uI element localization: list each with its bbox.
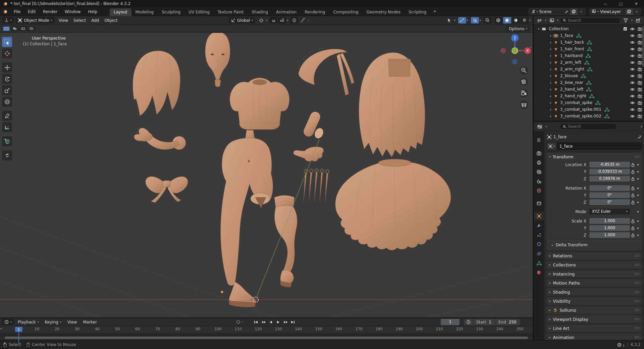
object-arm-right-forearm[interactable] — [302, 110, 325, 140]
toggle-ortho-button[interactable] — [520, 100, 528, 109]
object-name-field[interactable]: 1_face — [556, 142, 642, 150]
outliner-item-row[interactable]: ▸ ▼ 1_hair_back — [534, 39, 644, 46]
render-camera-icon[interactable] — [638, 81, 642, 85]
workspace-tab[interactable]: Texture Paint — [214, 8, 248, 16]
editor-type-button[interactable]: ▾ — [2, 17, 14, 23]
transform-value-field[interactable]: 1.000 — [589, 232, 630, 238]
properties-search[interactable] — [560, 123, 617, 130]
render-camera-icon[interactable] — [638, 101, 642, 105]
property-section-header[interactable]: ▸ Instancing — [546, 270, 642, 278]
render-camera-icon[interactable] — [638, 27, 642, 31]
lock-icon[interactable] — [630, 200, 636, 204]
object-face[interactable] — [205, 32, 230, 87]
timeline-menu[interactable]: View ▾ — [64, 320, 80, 325]
render-camera-icon[interactable] — [638, 54, 642, 58]
workspace-tab[interactable]: Shading — [248, 8, 272, 16]
outliner-item-row[interactable]: ▸ ▼ 3_combat_spike.003 — [534, 119, 644, 121]
tool-move[interactable] — [2, 62, 12, 72]
timeline-scrollbar[interactable] — [5, 337, 528, 339]
selectability-visibility-button[interactable] — [445, 17, 453, 23]
play-reverse-button[interactable] — [267, 319, 274, 325]
breadcrumb-object-name[interactable]: 1_face — [553, 135, 567, 139]
playhead[interactable]: 1 — [15, 327, 22, 332]
outliner-item-row[interactable]: ▸ ▼ 2_arm_left — [534, 59, 644, 66]
object-skirt[interactable] — [335, 159, 451, 250]
shading-wireframe-button[interactable] — [494, 17, 502, 23]
panel-grip-handle[interactable] — [635, 155, 639, 158]
hide-eye-icon[interactable] — [630, 67, 635, 71]
tool-select-box[interactable] — [2, 37, 12, 47]
render-camera-icon[interactable] — [638, 88, 642, 91]
viewport-menu[interactable]: Object — [102, 18, 120, 23]
render-camera-icon[interactable] — [638, 61, 642, 64]
collection-row[interactable]: ▾ Collection — [534, 26, 644, 32]
outliner-item-row[interactable]: ▸ ▼ 2_blouse — [534, 72, 644, 79]
mode-selector[interactable]: Object Mode ▾ — [15, 17, 55, 23]
tab-constraints[interactable] — [534, 249, 544, 258]
outliner-display-mode-button[interactable] — [536, 17, 544, 23]
expand-arrow-icon[interactable]: ▸ — [548, 121, 553, 121]
minimize-button[interactable]: — — [598, 0, 613, 7]
tool-annotate[interactable] — [2, 111, 12, 121]
hide-eye-icon[interactable] — [630, 74, 635, 78]
transform-value-field[interactable]: XYZ Euler — [589, 209, 630, 214]
property-section-header[interactable]: ▸ Sollumz — [546, 306, 642, 314]
timeline-menu[interactable]: Playback ▾ — [15, 320, 42, 325]
new-collection-button[interactable] — [634, 17, 642, 23]
render-camera-icon[interactable] — [638, 47, 642, 51]
hide-eye-icon[interactable] — [630, 34, 635, 38]
panel-grip-handle[interactable] — [635, 300, 639, 302]
next-keyframe-button[interactable] — [282, 319, 289, 325]
select-mode-extend-button[interactable] — [11, 26, 18, 31]
close-button[interactable]: ✕ — [629, 0, 644, 7]
tab-object[interactable] — [534, 212, 544, 220]
outliner-filter-button[interactable] — [622, 17, 630, 23]
exclude-checkbox[interactable] — [623, 27, 627, 31]
viewport-3d[interactable]: ▾ Object Mode ▾ ViewSelectAddObject Glob… — [0, 16, 533, 317]
jump-to-start-button[interactable] — [253, 319, 259, 325]
outliner-item-row[interactable]: ▸ ▼ 3_combat_spike.002 — [534, 113, 644, 119]
render-camera-icon[interactable] — [638, 108, 642, 111]
collapse-arrow-icon[interactable]: ▾ — [536, 27, 541, 31]
property-section-header[interactable]: ▸ Viewport Display — [546, 315, 642, 323]
tab-render[interactable] — [534, 149, 544, 157]
timeline-menu[interactable]: Keying ▾ — [42, 320, 64, 325]
panel-grip-handle[interactable] — [635, 272, 639, 275]
outliner-search-input[interactable] — [568, 18, 618, 23]
properties-search-input[interactable] — [568, 124, 614, 129]
animate-dot[interactable] — [636, 235, 640, 236]
lock-icon[interactable] — [630, 193, 636, 197]
outliner-item-row[interactable]: ▸ ▼ 2_hand_left — [534, 86, 644, 93]
transform-value-field[interactable]: 0.19976 m — [589, 176, 630, 182]
workspace-tab[interactable]: Scripting — [405, 8, 430, 16]
workspace-tab[interactable]: Modeling — [131, 8, 158, 16]
topbar-menu[interactable]: Edit — [24, 8, 39, 15]
add-workspace-button[interactable]: + — [430, 8, 439, 15]
shading-rendered-button[interactable] — [521, 17, 529, 23]
sidebar-collapse-arrow[interactable]: ‹ — [530, 45, 532, 49]
tab-viewlayer[interactable] — [534, 167, 544, 176]
use-preview-range-button[interactable] — [464, 319, 473, 325]
new-scene-button[interactable] — [570, 9, 578, 15]
panel-grip-handle[interactable] — [635, 309, 639, 311]
scene-selector[interactable]: ▾ Scene ✕ — [529, 8, 585, 15]
pin-icon[interactable] — [564, 10, 568, 14]
object-hair-front[interactable] — [133, 51, 180, 116]
render-camera-icon[interactable] — [638, 74, 642, 78]
lock-icon[interactable] — [630, 163, 636, 167]
render-camera-icon[interactable] — [638, 94, 642, 98]
object-body-legs[interactable] — [221, 130, 273, 307]
outliner-item-row[interactable]: ▸ ▼ 3_combat_spike.001 — [534, 106, 644, 113]
viewport-menu[interactable]: View — [56, 18, 71, 23]
camera-view-button[interactable] — [520, 89, 528, 98]
animate-dot[interactable] — [636, 178, 640, 180]
tool-rotate[interactable] — [2, 74, 12, 84]
hide-eye-icon[interactable] — [630, 88, 635, 91]
animate-dot[interactable] — [636, 220, 640, 222]
outliner-item-row[interactable]: ▸ ▼ 3_combat_spike — [534, 99, 644, 106]
zoom-button[interactable] — [520, 66, 528, 75]
object-arm-left[interactable] — [134, 128, 186, 150]
tool-sollumz[interactable] — [2, 150, 12, 160]
render-camera-icon[interactable] — [638, 114, 642, 118]
panel-grip-handle[interactable] — [635, 263, 639, 266]
